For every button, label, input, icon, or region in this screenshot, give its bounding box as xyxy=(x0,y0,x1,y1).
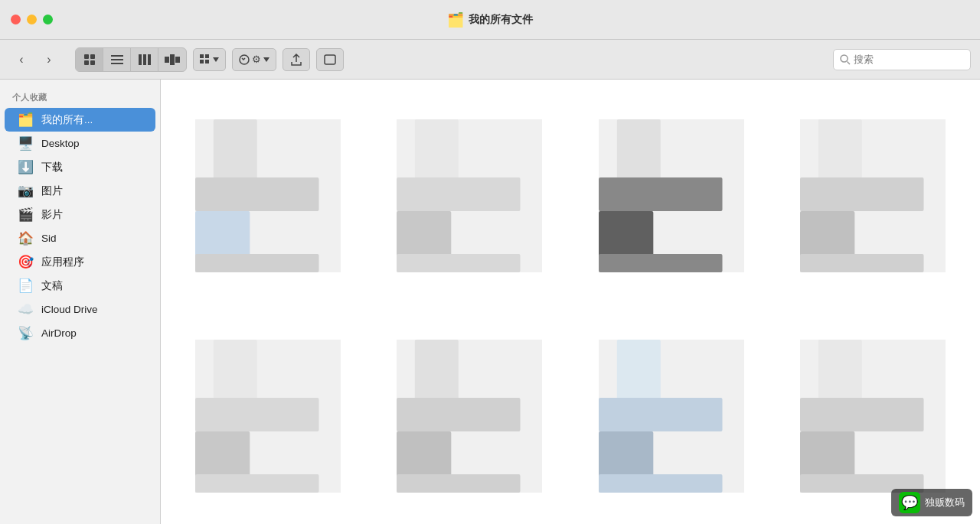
file-thumbnail-1[interactable] xyxy=(375,92,565,300)
sidebar-item-home[interactable]: 🏠 Sid xyxy=(5,226,155,250)
sidebar-item-docs[interactable]: 📄 文稿 xyxy=(5,274,155,298)
svg-rect-43 xyxy=(195,398,319,431)
maximize-button[interactable] xyxy=(43,15,53,24)
file-thumbnail-4[interactable] xyxy=(173,312,363,520)
svg-line-20 xyxy=(848,61,851,64)
svg-rect-57 xyxy=(818,340,862,401)
tag-button[interactable] xyxy=(316,48,344,71)
svg-rect-32 xyxy=(617,119,661,181)
svg-rect-14 xyxy=(205,54,209,58)
svg-rect-47 xyxy=(415,340,459,401)
svg-rect-42 xyxy=(214,340,257,401)
sidebar-label-desktop: Desktop xyxy=(41,138,80,149)
svg-rect-48 xyxy=(397,398,521,431)
sidebar-icon-all-files: 🗂️ xyxy=(17,112,34,128)
svg-rect-18 xyxy=(325,55,335,64)
svg-rect-30 xyxy=(397,254,521,272)
list-view-button[interactable] xyxy=(103,48,131,71)
svg-rect-22 xyxy=(214,119,257,181)
svg-rect-39 xyxy=(800,211,854,257)
svg-rect-5 xyxy=(111,59,123,60)
action-button[interactable]: ⚙ xyxy=(232,48,276,71)
sidebar-label-icloud: iCloud Drive xyxy=(41,304,98,315)
svg-rect-29 xyxy=(397,211,451,257)
search-icon xyxy=(840,54,851,65)
sidebar-item-airdrop[interactable]: 📡 AirDrop xyxy=(5,321,155,345)
watermark-icon: 💬 xyxy=(899,492,920,513)
sidebar-icon-docs: 📄 xyxy=(17,278,34,294)
file-grid xyxy=(161,80,980,524)
sidebar-item-movies[interactable]: 🎬 影片 xyxy=(5,203,155,226)
title-icon: 🗂️ xyxy=(447,11,464,28)
svg-rect-16 xyxy=(205,60,209,63)
file-thumbnail-5[interactable] xyxy=(375,312,565,520)
sidebar-label-apps: 应用程序 xyxy=(41,255,84,269)
svg-rect-59 xyxy=(800,431,854,477)
svg-rect-37 xyxy=(818,119,862,181)
svg-rect-7 xyxy=(139,54,142,65)
search-input[interactable] xyxy=(854,54,953,65)
svg-rect-15 xyxy=(200,60,204,63)
sidebar-icon-apps: 🎯 xyxy=(17,254,34,270)
svg-rect-10 xyxy=(165,57,169,63)
icon-view-button[interactable] xyxy=(76,48,103,71)
main-content: 个人收藏 🗂️ 我的所有... 🖥️ Desktop ⬇️ 下载 📷 图片 🎬 … xyxy=(0,80,980,524)
svg-rect-44 xyxy=(195,431,250,477)
svg-rect-12 xyxy=(175,57,180,63)
svg-point-19 xyxy=(841,55,848,62)
sidebar-label-pictures: 图片 xyxy=(41,184,63,198)
svg-rect-2 xyxy=(84,60,89,65)
sidebar-section-label: 个人收藏 xyxy=(0,89,160,108)
minimize-button[interactable] xyxy=(27,15,37,24)
file-thumbnail-2[interactable] xyxy=(577,92,766,300)
sidebar-label-downloads: 下载 xyxy=(41,161,63,174)
title-text: 我的所有文件 xyxy=(469,13,533,27)
group-by-button[interactable] xyxy=(193,48,226,71)
svg-rect-23 xyxy=(195,177,319,211)
watermark: 💬 独贩数码 xyxy=(891,489,972,516)
sidebar-item-apps[interactable]: 🎯 应用程序 xyxy=(5,250,155,274)
title-bar: 🗂️ 我的所有文件 xyxy=(0,0,980,40)
svg-rect-25 xyxy=(195,254,319,272)
svg-rect-40 xyxy=(800,254,924,272)
svg-rect-13 xyxy=(200,54,204,58)
sidebar-item-desktop[interactable]: 🖥️ Desktop xyxy=(5,132,155,155)
svg-rect-55 xyxy=(599,474,723,493)
sidebar-label-airdrop: AirDrop xyxy=(41,327,77,339)
file-thumbnail-3[interactable] xyxy=(779,92,969,300)
back-button[interactable]: ‹ xyxy=(9,49,34,70)
svg-rect-58 xyxy=(800,398,924,431)
svg-rect-34 xyxy=(599,211,653,257)
toolbar: ‹ › xyxy=(0,40,980,80)
sidebar-item-icloud[interactable]: ☁️ iCloud Drive xyxy=(5,298,155,321)
svg-rect-54 xyxy=(599,431,653,477)
column-view-button[interactable] xyxy=(131,48,158,71)
svg-rect-0 xyxy=(84,54,89,59)
svg-rect-28 xyxy=(397,177,521,211)
nav-buttons: ‹ › xyxy=(9,49,61,70)
watermark-text: 独贩数码 xyxy=(925,496,965,509)
forward-button[interactable]: › xyxy=(37,49,61,70)
svg-rect-53 xyxy=(599,398,723,431)
close-button[interactable] xyxy=(11,15,21,24)
sidebar-icon-desktop: 🖥️ xyxy=(17,135,34,151)
sidebar-item-downloads[interactable]: ⬇️ 下载 xyxy=(5,155,155,179)
svg-rect-3 xyxy=(90,60,95,65)
svg-rect-27 xyxy=(415,119,459,181)
sidebar-item-pictures[interactable]: 📷 图片 xyxy=(5,179,155,203)
svg-rect-33 xyxy=(599,177,723,211)
file-thumbnail-0[interactable] xyxy=(173,92,363,300)
svg-rect-1 xyxy=(90,54,95,59)
sidebar-item-all-files[interactable]: 🗂️ 我的所有... xyxy=(5,108,155,132)
svg-rect-38 xyxy=(800,177,924,211)
window-controls xyxy=(11,15,53,24)
file-thumbnail-6[interactable] xyxy=(577,312,766,520)
svg-rect-8 xyxy=(143,54,146,65)
svg-rect-24 xyxy=(195,211,250,257)
svg-rect-50 xyxy=(397,474,521,493)
search-box[interactable] xyxy=(833,49,971,70)
share-button[interactable] xyxy=(283,48,310,71)
svg-rect-11 xyxy=(170,54,175,65)
sidebar-icon-downloads: ⬇️ xyxy=(17,159,34,175)
cover-flow-button[interactable] xyxy=(158,48,186,71)
